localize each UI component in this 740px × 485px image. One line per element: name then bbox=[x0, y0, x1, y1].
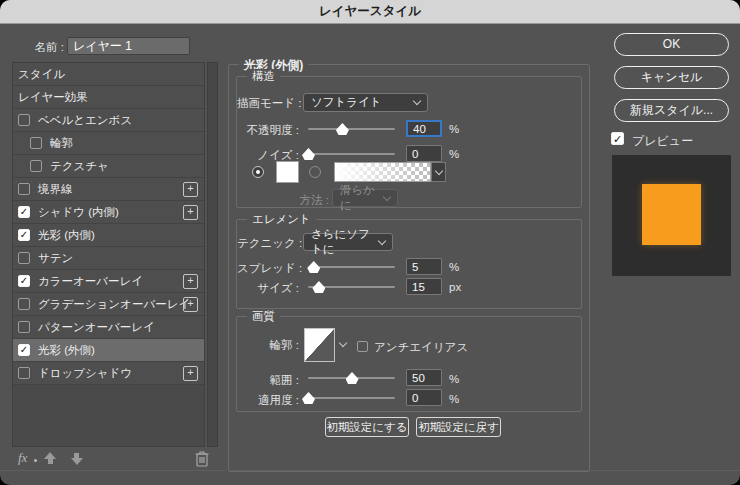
opacity-slider[interactable] bbox=[308, 122, 395, 136]
name-label: 名前 : bbox=[2, 40, 64, 55]
sidebar-item-label: ベベルとエンボス bbox=[38, 113, 132, 128]
method-value: 滑らかに bbox=[340, 183, 384, 213]
slider-track bbox=[308, 266, 395, 268]
add-effect-instance-icon[interactable]: + bbox=[183, 297, 198, 312]
effects-toolbar: fx bbox=[12, 450, 207, 470]
chevron-down-icon bbox=[434, 166, 442, 174]
sidebar-item-6[interactable]: 境界線+ bbox=[13, 178, 204, 201]
technique-label: テクニック : bbox=[237, 236, 299, 251]
move-effect-up-icon[interactable] bbox=[44, 452, 57, 465]
sidebar-item-3[interactable]: ベベルとエンボス bbox=[13, 109, 204, 132]
slider-thumb[interactable] bbox=[302, 148, 315, 160]
add-effect-instance-icon[interactable]: + bbox=[183, 366, 198, 381]
make-default-button[interactable]: 初期設定にする bbox=[325, 417, 409, 437]
move-effect-down-icon[interactable] bbox=[70, 452, 83, 465]
layer-name-input[interactable] bbox=[67, 37, 190, 55]
jitter-label: 適用度 : bbox=[237, 393, 299, 408]
effect-checkbox[interactable] bbox=[18, 298, 30, 310]
blend-mode-dropdown[interactable]: ソフトライト bbox=[303, 93, 428, 112]
glow-color-swatch[interactable] bbox=[276, 161, 299, 183]
sidebar-item-14[interactable]: ドロップシャドウ+ bbox=[13, 362, 204, 385]
effect-checkbox-checked[interactable]: ✓ bbox=[18, 229, 30, 241]
size-input[interactable] bbox=[406, 278, 442, 295]
effect-checkbox[interactable] bbox=[30, 137, 42, 149]
method-label: 方法 : bbox=[267, 193, 329, 208]
slider-thumb[interactable] bbox=[346, 372, 359, 384]
elements-legend: エレメント bbox=[247, 212, 316, 227]
slider-thumb[interactable] bbox=[312, 281, 325, 293]
sidebar-item-label: カラーオーバーレイ bbox=[38, 274, 143, 289]
range-label: 範囲 : bbox=[237, 373, 299, 388]
spread-input[interactable] bbox=[406, 258, 442, 275]
new-style-button[interactable]: 新規スタイル... bbox=[614, 99, 729, 122]
preview-thumbnail bbox=[612, 155, 731, 276]
ok-button[interactable]: OK bbox=[614, 33, 729, 56]
blend-mode-value: ソフトライト bbox=[311, 95, 382, 110]
effect-checkbox-checked[interactable]: ✓ bbox=[18, 275, 30, 287]
method-dropdown: 滑らかに bbox=[332, 189, 398, 207]
sidebar-item-label: サテン bbox=[38, 251, 73, 266]
effect-checkbox[interactable] bbox=[18, 114, 30, 126]
chevron-down-icon[interactable] bbox=[339, 339, 347, 347]
noise-input[interactable] bbox=[406, 145, 442, 162]
dialog-title: レイヤースタイル bbox=[0, 0, 740, 24]
opacity-input[interactable] bbox=[406, 120, 442, 137]
antialias-checkbox[interactable] bbox=[357, 341, 368, 352]
preview-layer-square bbox=[642, 184, 701, 245]
quality-group: 画質 輪郭 : アンチエイリアス 範囲 : % 適用度 : % bbox=[236, 316, 582, 412]
sidebar-item-10[interactable]: ✓カラーオーバーレイ+ bbox=[13, 270, 204, 293]
sidebar-item-label: 境界線 bbox=[38, 182, 73, 197]
gradient-picker-arrow[interactable] bbox=[431, 162, 446, 182]
blend-mode-label: 描画モード : bbox=[237, 96, 299, 111]
effect-checkbox[interactable] bbox=[18, 321, 30, 333]
sidebar-item-2[interactable]: レイヤー効果 bbox=[13, 86, 204, 109]
technique-dropdown[interactable]: さらにソフトに bbox=[303, 233, 393, 251]
spread-slider[interactable] bbox=[308, 260, 395, 274]
sidebar-item-12[interactable]: パターンオーバーレイ bbox=[13, 316, 204, 339]
footer-divider bbox=[0, 470, 740, 471]
range-input[interactable] bbox=[406, 369, 442, 386]
add-effect-instance-icon[interactable]: + bbox=[183, 274, 198, 289]
sidebar-item-8[interactable]: ✓光彩 (内側) bbox=[13, 224, 204, 247]
slider-thumb[interactable] bbox=[336, 123, 349, 135]
fx-menu-button[interactable]: fx bbox=[18, 450, 27, 466]
add-effect-instance-icon[interactable]: + bbox=[183, 182, 198, 197]
sidebar-item-4[interactable]: 輪郭 bbox=[13, 132, 204, 155]
size-slider[interactable] bbox=[308, 280, 395, 294]
sidebar-item-9[interactable]: サテン bbox=[13, 247, 204, 270]
chevron-down-icon bbox=[378, 236, 386, 244]
slider-thumb[interactable] bbox=[302, 392, 315, 404]
preview-checkbox[interactable]: ✓ bbox=[611, 132, 624, 145]
sidebar-item-label: グラデーションオーバーレイ bbox=[38, 297, 190, 312]
effect-checkbox-checked[interactable]: ✓ bbox=[18, 206, 30, 218]
sidebar-item-1[interactable]: スタイル bbox=[13, 63, 204, 86]
effect-checkbox[interactable] bbox=[30, 160, 42, 172]
effect-checkbox-checked[interactable]: ✓ bbox=[18, 344, 30, 356]
gradient-preview[interactable] bbox=[334, 162, 431, 182]
effect-checkbox[interactable] bbox=[18, 252, 30, 264]
add-effect-instance-icon[interactable]: + bbox=[183, 205, 198, 220]
range-slider[interactable] bbox=[308, 371, 395, 385]
chevron-down-icon bbox=[413, 97, 421, 105]
gradient-radio[interactable] bbox=[309, 166, 321, 178]
structure-legend: 構造 bbox=[247, 69, 280, 84]
contour-thumbnail[interactable] bbox=[304, 328, 335, 362]
jitter-input[interactable] bbox=[406, 389, 442, 406]
slider-thumb[interactable] bbox=[307, 261, 320, 273]
opacity-unit: % bbox=[449, 123, 459, 135]
sidebar-item-7[interactable]: ✓シャドウ (内側)+ bbox=[13, 201, 204, 224]
sidebar-item-11[interactable]: グラデーションオーバーレイ+ bbox=[13, 293, 204, 316]
effects-list-scrollbar[interactable] bbox=[207, 62, 218, 447]
noise-slider[interactable] bbox=[308, 147, 395, 161]
effect-checkbox[interactable] bbox=[18, 367, 30, 379]
color-radio[interactable] bbox=[252, 166, 264, 178]
delete-effect-icon[interactable] bbox=[195, 450, 209, 467]
reset-default-button[interactable]: 初期設定に戻す bbox=[416, 417, 501, 437]
sidebar-item-label: スタイル bbox=[18, 67, 65, 82]
cancel-button[interactable]: キャンセル bbox=[614, 66, 729, 89]
jitter-slider[interactable] bbox=[308, 391, 395, 405]
effect-checkbox[interactable] bbox=[18, 183, 30, 195]
sidebar-item-5[interactable]: テクスチャ bbox=[13, 155, 204, 178]
sidebar-item-13[interactable]: ✓光彩 (外側) bbox=[13, 339, 204, 362]
spread-unit: % bbox=[449, 261, 459, 273]
